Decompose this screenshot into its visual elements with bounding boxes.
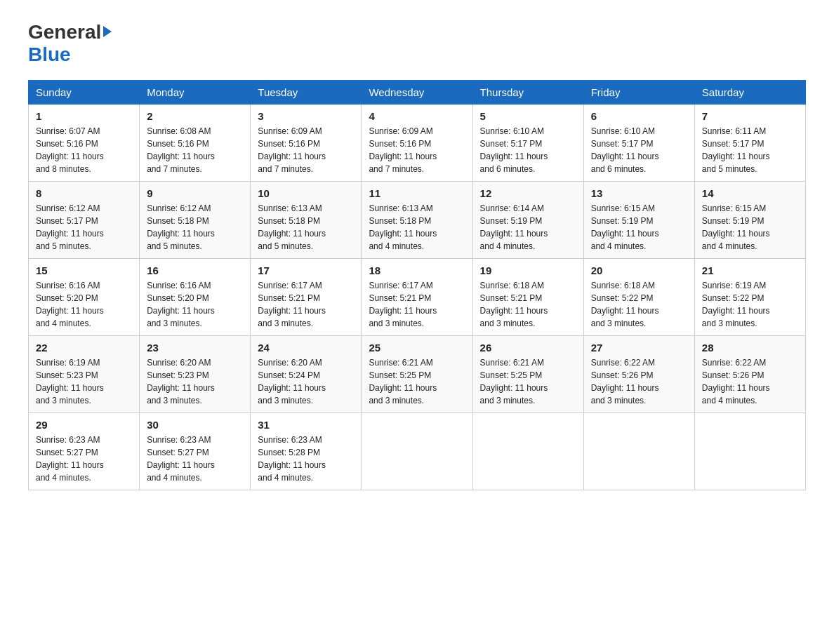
day-number: 29 (36, 419, 132, 431)
calendar-cell: 22 Sunrise: 6:19 AMSunset: 5:23 PMDaylig… (29, 336, 140, 413)
page-header: General Blue (28, 21, 806, 66)
week-row-1: 1 Sunrise: 6:07 AMSunset: 5:16 PMDayligh… (29, 105, 806, 182)
day-number: 22 (36, 342, 132, 354)
calendar-cell (583, 413, 694, 490)
day-number: 5 (480, 110, 576, 122)
day-info: Sunrise: 6:21 AMSunset: 5:25 PMDaylight:… (369, 358, 437, 405)
day-info: Sunrise: 6:21 AMSunset: 5:25 PMDaylight:… (480, 358, 548, 405)
day-number: 19 (480, 264, 576, 276)
day-number: 18 (369, 264, 465, 276)
calendar-cell: 16 Sunrise: 6:16 AMSunset: 5:20 PMDaylig… (140, 259, 251, 336)
day-info: Sunrise: 6:19 AMSunset: 5:22 PMDaylight:… (702, 281, 770, 328)
day-number: 25 (369, 342, 465, 354)
calendar-cell: 5 Sunrise: 6:10 AMSunset: 5:17 PMDayligh… (472, 105, 583, 182)
day-number: 1 (36, 110, 132, 122)
day-info: Sunrise: 6:23 AMSunset: 5:27 PMDaylight:… (36, 435, 104, 483)
calendar-cell: 13 Sunrise: 6:15 AMSunset: 5:19 PMDaylig… (583, 182, 694, 259)
calendar-cell: 21 Sunrise: 6:19 AMSunset: 5:22 PMDaylig… (694, 259, 805, 336)
calendar-cell (362, 413, 472, 490)
day-info: Sunrise: 6:13 AMSunset: 5:18 PMDaylight:… (369, 203, 437, 251)
day-number: 9 (147, 187, 243, 199)
calendar-cell: 12 Sunrise: 6:14 AMSunset: 5:19 PMDaylig… (472, 182, 583, 259)
day-info: Sunrise: 6:12 AMSunset: 5:18 PMDaylight:… (147, 203, 215, 251)
col-header-thursday: Thursday (472, 81, 583, 105)
calendar-table: SundayMondayTuesdayWednesdayThursdayFrid… (28, 80, 806, 490)
col-header-wednesday: Wednesday (362, 81, 472, 105)
day-number: 13 (591, 187, 687, 199)
calendar-cell: 1 Sunrise: 6:07 AMSunset: 5:16 PMDayligh… (29, 105, 140, 182)
calendar-cell (472, 413, 583, 490)
day-number: 21 (702, 264, 798, 276)
calendar-cell: 15 Sunrise: 6:16 AMSunset: 5:20 PMDaylig… (29, 259, 140, 336)
day-number: 3 (258, 110, 354, 122)
day-number: 10 (258, 187, 354, 199)
calendar-cell: 8 Sunrise: 6:12 AMSunset: 5:17 PMDayligh… (29, 182, 140, 259)
header-row: SundayMondayTuesdayWednesdayThursdayFrid… (29, 81, 806, 105)
day-info: Sunrise: 6:11 AMSunset: 5:17 PMDaylight:… (702, 126, 770, 174)
calendar-cell: 14 Sunrise: 6:15 AMSunset: 5:19 PMDaylig… (694, 182, 805, 259)
week-row-3: 15 Sunrise: 6:16 AMSunset: 5:20 PMDaylig… (29, 259, 806, 336)
day-info: Sunrise: 6:09 AMSunset: 5:16 PMDaylight:… (369, 126, 437, 174)
week-row-2: 8 Sunrise: 6:12 AMSunset: 5:17 PMDayligh… (29, 182, 806, 259)
day-info: Sunrise: 6:23 AMSunset: 5:28 PMDaylight:… (258, 435, 326, 483)
calendar-cell: 11 Sunrise: 6:13 AMSunset: 5:18 PMDaylig… (362, 182, 472, 259)
calendar-cell: 24 Sunrise: 6:20 AMSunset: 5:24 PMDaylig… (251, 336, 362, 413)
day-info: Sunrise: 6:12 AMSunset: 5:17 PMDaylight:… (36, 203, 104, 251)
day-info: Sunrise: 6:07 AMSunset: 5:16 PMDaylight:… (36, 126, 104, 174)
calendar-cell: 4 Sunrise: 6:09 AMSunset: 5:16 PMDayligh… (362, 105, 472, 182)
calendar-cell: 3 Sunrise: 6:09 AMSunset: 5:16 PMDayligh… (251, 105, 362, 182)
day-info: Sunrise: 6:15 AMSunset: 5:19 PMDaylight:… (702, 203, 770, 251)
calendar-cell: 26 Sunrise: 6:21 AMSunset: 5:25 PMDaylig… (472, 336, 583, 413)
day-number: 4 (369, 110, 465, 122)
day-info: Sunrise: 6:08 AMSunset: 5:16 PMDaylight:… (147, 126, 215, 174)
calendar-cell: 20 Sunrise: 6:18 AMSunset: 5:22 PMDaylig… (583, 259, 694, 336)
day-number: 23 (147, 342, 243, 354)
day-info: Sunrise: 6:19 AMSunset: 5:23 PMDaylight:… (36, 358, 104, 405)
col-header-sunday: Sunday (29, 81, 140, 105)
calendar-cell: 18 Sunrise: 6:17 AMSunset: 5:21 PMDaylig… (362, 259, 472, 336)
day-number: 30 (147, 419, 243, 431)
col-header-saturday: Saturday (694, 81, 805, 105)
day-info: Sunrise: 6:13 AMSunset: 5:18 PMDaylight:… (258, 203, 326, 251)
day-number: 8 (36, 187, 132, 199)
day-info: Sunrise: 6:18 AMSunset: 5:22 PMDaylight:… (591, 281, 659, 328)
calendar-cell: 30 Sunrise: 6:23 AMSunset: 5:27 PMDaylig… (140, 413, 251, 490)
col-header-monday: Monday (140, 81, 251, 105)
logo-blue: Blue (28, 43, 71, 65)
day-info: Sunrise: 6:22 AMSunset: 5:26 PMDaylight:… (702, 358, 770, 405)
day-info: Sunrise: 6:15 AMSunset: 5:19 PMDaylight:… (591, 203, 659, 251)
day-info: Sunrise: 6:17 AMSunset: 5:21 PMDaylight:… (369, 281, 437, 328)
day-info: Sunrise: 6:22 AMSunset: 5:26 PMDaylight:… (591, 358, 659, 405)
day-info: Sunrise: 6:20 AMSunset: 5:24 PMDaylight:… (258, 358, 326, 405)
calendar-cell: 19 Sunrise: 6:18 AMSunset: 5:21 PMDaylig… (472, 259, 583, 336)
day-info: Sunrise: 6:10 AMSunset: 5:17 PMDaylight:… (591, 126, 659, 174)
calendar-cell: 28 Sunrise: 6:22 AMSunset: 5:26 PMDaylig… (694, 336, 805, 413)
day-number: 7 (702, 110, 798, 122)
calendar-cell: 2 Sunrise: 6:08 AMSunset: 5:16 PMDayligh… (140, 105, 251, 182)
day-info: Sunrise: 6:17 AMSunset: 5:21 PMDaylight:… (258, 281, 326, 328)
day-number: 24 (258, 342, 354, 354)
logo-triangle-icon (103, 26, 112, 37)
calendar-cell: 31 Sunrise: 6:23 AMSunset: 5:28 PMDaylig… (251, 413, 362, 490)
day-info: Sunrise: 6:16 AMSunset: 5:20 PMDaylight:… (147, 281, 215, 328)
logo: General Blue (28, 21, 112, 66)
day-number: 12 (480, 187, 576, 199)
day-number: 26 (480, 342, 576, 354)
day-number: 6 (591, 110, 687, 122)
calendar-cell: 9 Sunrise: 6:12 AMSunset: 5:18 PMDayligh… (140, 182, 251, 259)
day-info: Sunrise: 6:09 AMSunset: 5:16 PMDaylight:… (258, 126, 326, 174)
calendar-cell (694, 413, 805, 490)
day-number: 14 (702, 187, 798, 199)
calendar-header: SundayMondayTuesdayWednesdayThursdayFrid… (29, 81, 806, 105)
week-row-5: 29 Sunrise: 6:23 AMSunset: 5:27 PMDaylig… (29, 413, 806, 490)
day-number: 15 (36, 264, 132, 276)
day-number: 16 (147, 264, 243, 276)
logo-general: General (28, 21, 101, 43)
day-number: 28 (702, 342, 798, 354)
calendar-cell: 10 Sunrise: 6:13 AMSunset: 5:18 PMDaylig… (251, 182, 362, 259)
day-number: 11 (369, 187, 465, 199)
calendar-cell: 6 Sunrise: 6:10 AMSunset: 5:17 PMDayligh… (583, 105, 694, 182)
col-header-tuesday: Tuesday (251, 81, 362, 105)
calendar-cell: 17 Sunrise: 6:17 AMSunset: 5:21 PMDaylig… (251, 259, 362, 336)
calendar-cell: 7 Sunrise: 6:11 AMSunset: 5:17 PMDayligh… (694, 105, 805, 182)
